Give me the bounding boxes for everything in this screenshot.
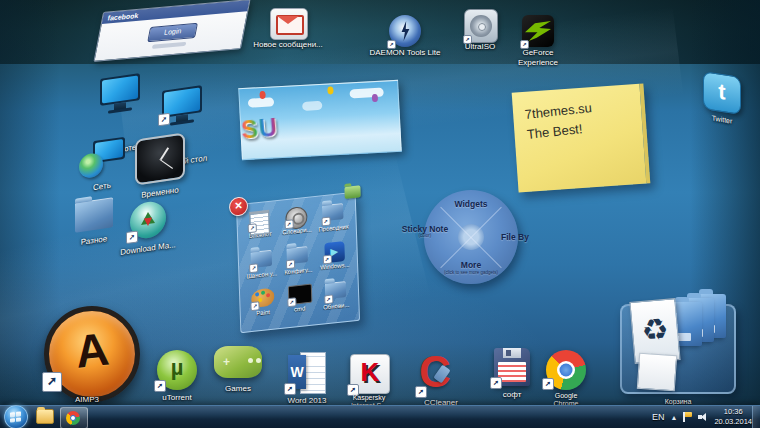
group-item-windows-media[interactable]: ▶Windows... — [316, 238, 354, 281]
shortcut-arrow-icon — [287, 297, 296, 307]
twitter-shortcut[interactable]: t Twitter — [700, 71, 744, 124]
group-item-explorer[interactable]: Проводник — [314, 199, 352, 242]
dpad-icon: + — [223, 357, 230, 367]
shortcut-arrow-icon — [321, 216, 330, 226]
geforce-experience-label: GeForce Experience — [502, 48, 574, 67]
facebook-widget[interactable]: facebook Login — [93, 0, 250, 62]
games-icon[interactable]: + — [214, 346, 262, 378]
lightning-icon — [399, 21, 412, 41]
shortcut-arrow-icon — [251, 301, 260, 311]
shortcut-arrow-icon — [154, 380, 166, 392]
paper-sheet-icon — [637, 353, 677, 392]
ultraiso-icon[interactable] — [464, 9, 498, 43]
computer-icon[interactable]: Компьютер — [88, 72, 152, 118]
geforce-experience-icon[interactable] — [522, 15, 554, 47]
facebook-login-button[interactable]: Login — [147, 23, 198, 43]
shortcut-arrow-icon — [286, 259, 295, 269]
action-center-flag-icon[interactable] — [683, 412, 692, 422]
download-master-globe-icon — [130, 199, 166, 240]
shortcut-arrow-icon — [158, 113, 170, 127]
aimp-label: AIMP3 — [52, 395, 122, 405]
desktop-shortcut-icon[interactable]: Рабочий стол — [150, 84, 214, 130]
shortcut-arrow-icon — [249, 263, 258, 273]
twitter-label: Twitter — [700, 113, 744, 128]
shortcut-arrow-icon — [248, 223, 257, 233]
taskbar-chrome-button-active[interactable] — [60, 407, 88, 428]
tray-date: 20.03.2014 — [714, 417, 752, 427]
utorrent-icon[interactable]: µ — [157, 350, 197, 390]
daemon-tools-icon[interactable] — [389, 15, 421, 47]
pie-item-more-sub: (click to see more gadgets) — [424, 270, 518, 275]
pie-menu-widget[interactable]: Widgets Sticky Note(color) File By More(… — [424, 190, 518, 284]
windows-flag-icon — [10, 411, 21, 422]
icon-group-panel[interactable]: ✕ Блокнот Словари... Проводник Шансон у.… — [236, 192, 360, 333]
recycle-icon: ♻ — [640, 312, 670, 347]
group-item-notepad[interactable]: Блокнот — [241, 207, 279, 250]
tray-time: 10:36 — [714, 407, 752, 417]
group-item-cmd[interactable]: cmd — [280, 281, 318, 324]
tray-clock[interactable]: 10:36 20.03.2014 — [714, 407, 752, 427]
floppy-label: софт — [477, 390, 547, 400]
kaspersky-icon[interactable]: K — [350, 354, 390, 394]
summer-caption: SUMMER — [240, 113, 281, 156]
taskbar-explorer-button[interactable] — [36, 409, 54, 424]
download-master-label: Download Ма... — [112, 239, 184, 259]
daemon-tools-label: DAEMON Tools Lite — [369, 48, 441, 58]
desktop-3d-scene: facebook Login Новое сообщени... DAEMON … — [0, 0, 760, 428]
monitor-screen — [102, 75, 138, 103]
facebook-signup-hint — [152, 42, 187, 49]
new-message-label: Новое сообщени... — [252, 40, 324, 50]
new-message-icon[interactable] — [270, 8, 308, 40]
globe-icon — [79, 152, 103, 179]
cd-icon — [470, 15, 492, 37]
pie-item-file-by[interactable]: File By — [492, 232, 538, 242]
floppy-label-icon — [498, 362, 526, 382]
network-icon[interactable]: Сеть — [70, 136, 134, 191]
floppy-shutter-icon — [503, 348, 521, 358]
utorrent-label: uTorrent — [142, 393, 212, 403]
summer-wallpaper-image[interactable]: SUMMER — [238, 80, 402, 160]
shortcut-arrow-icon — [490, 377, 502, 389]
group-item-chanson[interactable]: Шансон у... — [243, 246, 281, 289]
facebook-widget-titlebar: facebook — [102, 0, 250, 24]
system-tray: EN ▲ 10:36 20.03.2014 — [652, 406, 752, 428]
group-folder-icon[interactable] — [344, 185, 360, 199]
clock-widget[interactable]: Временно — [128, 132, 192, 197]
group-item-update[interactable]: Обнови... — [317, 277, 355, 320]
twitter-icon: t — [703, 71, 741, 115]
ccleaner-icon[interactable]: C — [419, 354, 463, 396]
word-icon[interactable]: W — [288, 352, 326, 392]
group-item-paint[interactable]: Paint — [244, 285, 282, 328]
recycle-bin[interactable]: ♻ — [616, 292, 740, 396]
shortcut-arrow-icon — [415, 386, 427, 398]
balloon-icon — [372, 94, 378, 102]
shortcut-arrow-icon — [322, 254, 331, 264]
games-label: Games — [203, 384, 273, 394]
start-button[interactable] — [4, 405, 28, 428]
monitor-screen — [164, 87, 200, 115]
pie-item-more[interactable]: More(click to see more gadgets) — [424, 260, 518, 275]
pie-item-widgets[interactable]: Widgets — [424, 199, 518, 209]
chrome-icon — [66, 411, 80, 425]
folder-icon — [75, 197, 113, 232]
pie-item-sticky-note-sub: (color) — [400, 234, 450, 239]
envelope-icon — [276, 15, 304, 35]
explorer-folder-icon — [36, 409, 54, 424]
group-item-config[interactable]: Конфигу... — [279, 242, 317, 285]
language-indicator[interactable]: EN — [652, 412, 665, 422]
speaker-icon[interactable] — [698, 412, 708, 422]
show-hidden-icons-arrow[interactable]: ▲ — [671, 414, 678, 421]
gamepad-buttons-icon — [248, 358, 253, 363]
sticky-note-widget[interactable]: 7themes.su The Best! — [512, 84, 651, 193]
group-icon-grid: Блокнот Словари... Проводник Шансон у...… — [241, 199, 355, 327]
shortcut-arrow-icon — [126, 230, 138, 244]
shortcut-arrow-icon — [42, 372, 62, 392]
shortcut-arrow-icon — [542, 378, 554, 390]
pie-item-sticky-note[interactable]: Sticky Note(color) — [400, 225, 450, 239]
nvidia-claw-icon — [525, 19, 551, 43]
taskbar: EN ▲ 10:36 20.03.2014 — [0, 405, 760, 428]
download-master-icon[interactable]: Download Ма... — [116, 198, 180, 253]
floppy-icon[interactable] — [494, 348, 530, 386]
show-desktop-button[interactable] — [752, 406, 760, 428]
group-item-dictionaries[interactable]: Словари... — [278, 203, 316, 246]
